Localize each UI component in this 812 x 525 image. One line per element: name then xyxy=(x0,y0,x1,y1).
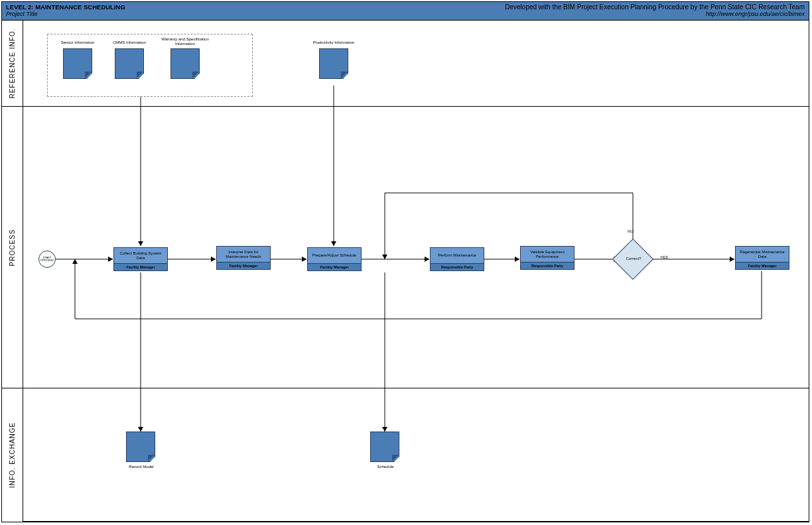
level-title: LEVEL 2: MAINTENANCE SCHEDULING xyxy=(6,3,125,11)
lane-label-reference: REFERENCE INFO. xyxy=(2,21,23,107)
credit-url: http://www.engr/psu.edu/ae/cic/bimex xyxy=(505,11,805,17)
credit-line: Developed with the BIM Project Execution… xyxy=(505,3,805,11)
main-canvas: Sensor Information CMMS Information Warr… xyxy=(23,21,809,522)
body: REFERENCE INFO. PROCESS INFO. EXCHANGE xyxy=(2,21,809,522)
diagram-header: LEVEL 2: MAINTENANCE SCHEDULING Project … xyxy=(2,2,809,21)
header-right: Developed with the BIM Project Execution… xyxy=(505,3,805,19)
lane-process xyxy=(23,107,809,388)
header-left: LEVEL 2: MAINTENANCE SCHEDULING Project … xyxy=(6,3,125,19)
lane-info-exchange xyxy=(23,388,809,522)
project-subtitle: Project Title xyxy=(6,11,125,17)
diagram-frame: LEVEL 2: MAINTENANCE SCHEDULING Project … xyxy=(1,1,809,522)
lane-label-process: PROCESS xyxy=(2,107,23,388)
lane-labels: REFERENCE INFO. PROCESS INFO. EXCHANGE xyxy=(2,21,23,522)
lane-reference xyxy=(23,21,809,107)
lane-label-info-exchange: INFO. EXCHANGE xyxy=(2,388,23,522)
